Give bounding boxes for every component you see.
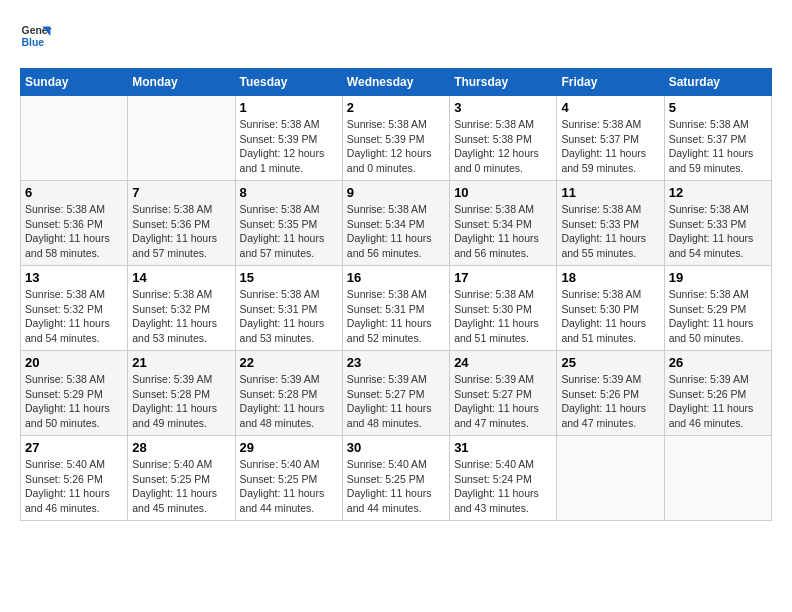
day-info: Sunrise: 5:38 AM Sunset: 5:32 PM Dayligh… xyxy=(25,287,123,346)
day-info: Sunrise: 5:38 AM Sunset: 5:37 PM Dayligh… xyxy=(561,117,659,176)
calendar-cell xyxy=(557,436,664,521)
day-info: Sunrise: 5:38 AM Sunset: 5:30 PM Dayligh… xyxy=(561,287,659,346)
day-info: Sunrise: 5:39 AM Sunset: 5:28 PM Dayligh… xyxy=(240,372,338,431)
day-info: Sunrise: 5:38 AM Sunset: 5:29 PM Dayligh… xyxy=(669,287,767,346)
calendar-cell: 22Sunrise: 5:39 AM Sunset: 5:28 PM Dayli… xyxy=(235,351,342,436)
day-number: 22 xyxy=(240,355,338,370)
day-info: Sunrise: 5:40 AM Sunset: 5:25 PM Dayligh… xyxy=(132,457,230,516)
calendar-cell: 3Sunrise: 5:38 AM Sunset: 5:38 PM Daylig… xyxy=(450,96,557,181)
day-info: Sunrise: 5:38 AM Sunset: 5:34 PM Dayligh… xyxy=(347,202,445,261)
col-header-thursday: Thursday xyxy=(450,69,557,96)
day-info: Sunrise: 5:38 AM Sunset: 5:36 PM Dayligh… xyxy=(25,202,123,261)
day-info: Sunrise: 5:38 AM Sunset: 5:33 PM Dayligh… xyxy=(669,202,767,261)
day-number: 11 xyxy=(561,185,659,200)
header: General Blue xyxy=(20,20,772,52)
day-info: Sunrise: 5:38 AM Sunset: 5:39 PM Dayligh… xyxy=(240,117,338,176)
day-info: Sunrise: 5:38 AM Sunset: 5:36 PM Dayligh… xyxy=(132,202,230,261)
day-info: Sunrise: 5:40 AM Sunset: 5:25 PM Dayligh… xyxy=(240,457,338,516)
day-info: Sunrise: 5:38 AM Sunset: 5:29 PM Dayligh… xyxy=(25,372,123,431)
day-number: 13 xyxy=(25,270,123,285)
day-number: 27 xyxy=(25,440,123,455)
day-info: Sunrise: 5:40 AM Sunset: 5:24 PM Dayligh… xyxy=(454,457,552,516)
col-header-tuesday: Tuesday xyxy=(235,69,342,96)
day-info: Sunrise: 5:38 AM Sunset: 5:35 PM Dayligh… xyxy=(240,202,338,261)
calendar-cell: 14Sunrise: 5:38 AM Sunset: 5:32 PM Dayli… xyxy=(128,266,235,351)
col-header-sunday: Sunday xyxy=(21,69,128,96)
logo-icon: General Blue xyxy=(20,20,52,52)
calendar-cell: 15Sunrise: 5:38 AM Sunset: 5:31 PM Dayli… xyxy=(235,266,342,351)
calendar-cell: 25Sunrise: 5:39 AM Sunset: 5:26 PM Dayli… xyxy=(557,351,664,436)
day-number: 29 xyxy=(240,440,338,455)
calendar-cell: 18Sunrise: 5:38 AM Sunset: 5:30 PM Dayli… xyxy=(557,266,664,351)
day-info: Sunrise: 5:38 AM Sunset: 5:30 PM Dayligh… xyxy=(454,287,552,346)
day-number: 1 xyxy=(240,100,338,115)
calendar-table: SundayMondayTuesdayWednesdayThursdayFrid… xyxy=(20,68,772,521)
day-number: 8 xyxy=(240,185,338,200)
calendar-cell xyxy=(128,96,235,181)
day-info: Sunrise: 5:38 AM Sunset: 5:31 PM Dayligh… xyxy=(240,287,338,346)
calendar-cell: 8Sunrise: 5:38 AM Sunset: 5:35 PM Daylig… xyxy=(235,181,342,266)
calendar-cell: 10Sunrise: 5:38 AM Sunset: 5:34 PM Dayli… xyxy=(450,181,557,266)
calendar-cell: 20Sunrise: 5:38 AM Sunset: 5:29 PM Dayli… xyxy=(21,351,128,436)
calendar-cell: 24Sunrise: 5:39 AM Sunset: 5:27 PM Dayli… xyxy=(450,351,557,436)
day-info: Sunrise: 5:40 AM Sunset: 5:26 PM Dayligh… xyxy=(25,457,123,516)
calendar-body: 1Sunrise: 5:38 AM Sunset: 5:39 PM Daylig… xyxy=(21,96,772,521)
day-number: 5 xyxy=(669,100,767,115)
day-info: Sunrise: 5:38 AM Sunset: 5:32 PM Dayligh… xyxy=(132,287,230,346)
day-info: Sunrise: 5:39 AM Sunset: 5:28 PM Dayligh… xyxy=(132,372,230,431)
day-number: 26 xyxy=(669,355,767,370)
calendar-cell: 30Sunrise: 5:40 AM Sunset: 5:25 PM Dayli… xyxy=(342,436,449,521)
col-header-wednesday: Wednesday xyxy=(342,69,449,96)
day-info: Sunrise: 5:39 AM Sunset: 5:26 PM Dayligh… xyxy=(561,372,659,431)
header-row: SundayMondayTuesdayWednesdayThursdayFrid… xyxy=(21,69,772,96)
calendar-cell: 2Sunrise: 5:38 AM Sunset: 5:39 PM Daylig… xyxy=(342,96,449,181)
day-number: 3 xyxy=(454,100,552,115)
day-info: Sunrise: 5:40 AM Sunset: 5:25 PM Dayligh… xyxy=(347,457,445,516)
calendar-cell: 26Sunrise: 5:39 AM Sunset: 5:26 PM Dayli… xyxy=(664,351,771,436)
day-number: 4 xyxy=(561,100,659,115)
day-info: Sunrise: 5:38 AM Sunset: 5:37 PM Dayligh… xyxy=(669,117,767,176)
day-number: 18 xyxy=(561,270,659,285)
calendar-cell: 23Sunrise: 5:39 AM Sunset: 5:27 PM Dayli… xyxy=(342,351,449,436)
calendar-cell: 11Sunrise: 5:38 AM Sunset: 5:33 PM Dayli… xyxy=(557,181,664,266)
calendar-cell: 12Sunrise: 5:38 AM Sunset: 5:33 PM Dayli… xyxy=(664,181,771,266)
day-number: 19 xyxy=(669,270,767,285)
calendar-cell: 19Sunrise: 5:38 AM Sunset: 5:29 PM Dayli… xyxy=(664,266,771,351)
calendar-cell: 16Sunrise: 5:38 AM Sunset: 5:31 PM Dayli… xyxy=(342,266,449,351)
day-number: 25 xyxy=(561,355,659,370)
calendar-cell: 27Sunrise: 5:40 AM Sunset: 5:26 PM Dayli… xyxy=(21,436,128,521)
day-number: 23 xyxy=(347,355,445,370)
day-number: 10 xyxy=(454,185,552,200)
day-info: Sunrise: 5:39 AM Sunset: 5:26 PM Dayligh… xyxy=(669,372,767,431)
col-header-saturday: Saturday xyxy=(664,69,771,96)
calendar-cell: 17Sunrise: 5:38 AM Sunset: 5:30 PM Dayli… xyxy=(450,266,557,351)
svg-text:Blue: Blue xyxy=(22,37,45,48)
day-number: 31 xyxy=(454,440,552,455)
day-info: Sunrise: 5:38 AM Sunset: 5:33 PM Dayligh… xyxy=(561,202,659,261)
week-row-3: 13Sunrise: 5:38 AM Sunset: 5:32 PM Dayli… xyxy=(21,266,772,351)
week-row-4: 20Sunrise: 5:38 AM Sunset: 5:29 PM Dayli… xyxy=(21,351,772,436)
week-row-2: 6Sunrise: 5:38 AM Sunset: 5:36 PM Daylig… xyxy=(21,181,772,266)
day-info: Sunrise: 5:39 AM Sunset: 5:27 PM Dayligh… xyxy=(454,372,552,431)
day-number: 15 xyxy=(240,270,338,285)
day-info: Sunrise: 5:38 AM Sunset: 5:34 PM Dayligh… xyxy=(454,202,552,261)
calendar-cell: 21Sunrise: 5:39 AM Sunset: 5:28 PM Dayli… xyxy=(128,351,235,436)
logo: General Blue xyxy=(20,20,56,52)
day-number: 24 xyxy=(454,355,552,370)
day-info: Sunrise: 5:38 AM Sunset: 5:38 PM Dayligh… xyxy=(454,117,552,176)
day-number: 28 xyxy=(132,440,230,455)
calendar-cell: 9Sunrise: 5:38 AM Sunset: 5:34 PM Daylig… xyxy=(342,181,449,266)
col-header-monday: Monday xyxy=(128,69,235,96)
calendar-cell: 31Sunrise: 5:40 AM Sunset: 5:24 PM Dayli… xyxy=(450,436,557,521)
calendar-cell: 13Sunrise: 5:38 AM Sunset: 5:32 PM Dayli… xyxy=(21,266,128,351)
day-number: 6 xyxy=(25,185,123,200)
calendar-cell: 6Sunrise: 5:38 AM Sunset: 5:36 PM Daylig… xyxy=(21,181,128,266)
week-row-5: 27Sunrise: 5:40 AM Sunset: 5:26 PM Dayli… xyxy=(21,436,772,521)
day-number: 21 xyxy=(132,355,230,370)
calendar-header: SundayMondayTuesdayWednesdayThursdayFrid… xyxy=(21,69,772,96)
calendar-cell: 29Sunrise: 5:40 AM Sunset: 5:25 PM Dayli… xyxy=(235,436,342,521)
day-info: Sunrise: 5:38 AM Sunset: 5:39 PM Dayligh… xyxy=(347,117,445,176)
calendar-cell: 1Sunrise: 5:38 AM Sunset: 5:39 PM Daylig… xyxy=(235,96,342,181)
day-number: 20 xyxy=(25,355,123,370)
calendar-cell xyxy=(21,96,128,181)
